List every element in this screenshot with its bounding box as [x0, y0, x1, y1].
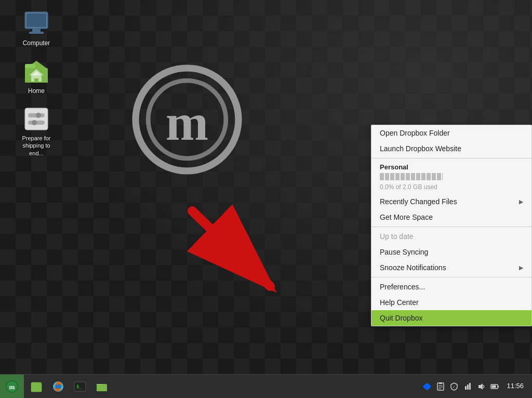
svg-rect-5: [32, 29, 41, 32]
dropbox-tray-icon[interactable]: [421, 381, 433, 392]
svg-text:✓: ✓: [453, 385, 456, 389]
svg-rect-33: [439, 382, 442, 384]
taskbar-clock[interactable]: 11:56: [502, 382, 528, 391]
taskbar-folder-app[interactable]: [91, 377, 112, 396]
help-center-item[interactable]: Help Center: [371, 295, 531, 310]
volume-tray-icon[interactable]: [475, 381, 487, 392]
svg-line-17: [192, 211, 270, 286]
storage-info: 0.0% of 2.0 GB used: [371, 182, 531, 194]
svg-rect-32: [437, 383, 444, 390]
svg-rect-40: [469, 383, 471, 390]
computer-icon-label: Computer: [23, 39, 50, 48]
desktop-icons: Computer Home: [16, 10, 57, 157]
mint-logo-background: m: [130, 62, 244, 177]
svg-rect-4: [26, 14, 46, 27]
svg-rect-38: [465, 386, 467, 390]
home-icon-label: Home: [28, 87, 45, 96]
shipping-icon-img: [23, 105, 50, 132]
context-menu: Open Dropbox Folder Launch Dropbox Websi…: [371, 125, 532, 326]
get-more-space-item[interactable]: Get More Space: [371, 209, 531, 225]
recently-changed-chevron: ▶: [519, 198, 523, 205]
quit-dropbox-item[interactable]: Quit Dropbox: [371, 310, 531, 326]
clipboard-tray-icon[interactable]: [435, 381, 446, 392]
taskbar: m: [0, 374, 532, 398]
svg-rect-43: [492, 385, 496, 388]
recently-changed-item[interactable]: Recently Changed Files ▶: [371, 194, 531, 209]
open-dropbox-folder-item[interactable]: Open Dropbox Folder: [371, 125, 531, 141]
home-icon-img: [23, 58, 50, 85]
battery-tray-icon[interactable]: [489, 381, 500, 392]
start-button[interactable]: m: [0, 375, 24, 399]
svg-text:m: m: [166, 94, 208, 151]
account-email: blurred@email.com: [371, 172, 531, 182]
preferences-item[interactable]: Preferences...: [371, 279, 531, 295]
computer-icon-img: [23, 10, 50, 37]
launch-dropbox-website-item[interactable]: Launch Dropbox Website: [371, 141, 531, 156]
network-tray-icon[interactable]: [462, 381, 473, 392]
svg-point-13: [36, 113, 41, 118]
separator-personal: [371, 158, 531, 158]
taskbar-terminal-app[interactable]: $_: [70, 377, 90, 396]
svg-rect-6: [29, 32, 44, 34]
snooze-chevron: ▶: [519, 264, 523, 271]
svg-text:m: m: [9, 383, 15, 391]
shield-tray-icon[interactable]: ✓: [448, 381, 460, 392]
snooze-notifications-item[interactable]: Snooze Notifications ▶: [371, 260, 531, 275]
svg-text:$_: $_: [76, 384, 82, 389]
separator-1: [371, 227, 531, 227]
systray: ✓: [417, 381, 532, 392]
red-arrow: [177, 190, 291, 304]
shipping-icon[interactable]: Prepare forshipping to end...: [16, 105, 57, 157]
separator-2: [371, 277, 531, 277]
svg-point-15: [32, 120, 37, 125]
taskbar-apps: $_: [24, 377, 417, 396]
svg-marker-41: [478, 383, 483, 390]
taskbar-firefox-app[interactable]: [48, 377, 69, 396]
taskbar-files-app[interactable]: [26, 377, 47, 396]
svg-rect-44: [498, 386, 499, 388]
up-to-date-item: Up to date: [371, 229, 531, 244]
desktop: m Computer: [0, 0, 532, 398]
pause-syncing-item[interactable]: Pause Syncing: [371, 244, 531, 260]
computer-icon[interactable]: Computer: [16, 10, 57, 48]
svg-rect-39: [467, 384, 469, 390]
svg-rect-11: [25, 108, 48, 130]
home-icon[interactable]: Home: [16, 58, 57, 96]
shipping-icon-label: Prepare forshipping to end...: [16, 135, 57, 157]
svg-rect-21: [31, 384, 42, 392]
svg-rect-27: [97, 385, 107, 391]
personal-section-label: Personal: [371, 160, 531, 172]
